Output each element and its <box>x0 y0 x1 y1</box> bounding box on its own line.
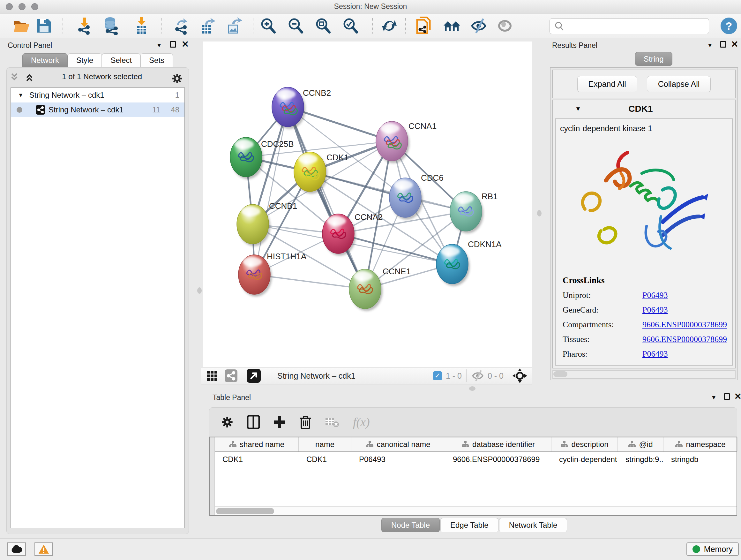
column-header-description[interactable]: description <box>551 437 618 451</box>
open-session-button[interactable] <box>13 17 30 35</box>
tab-edge-table[interactable]: Edge Table <box>441 518 498 532</box>
panel-menu-icon[interactable]: ▼ <box>711 394 717 401</box>
warning-status-button[interactable] <box>35 543 53 556</box>
search-input[interactable] <box>566 22 709 30</box>
export-image-button[interactable] <box>225 17 243 35</box>
crosslink-link[interactable]: P06493 <box>643 291 668 300</box>
zoom-in-button[interactable] <box>259 17 277 35</box>
delete-column-trash-icon[interactable] <box>299 415 312 429</box>
crosslink-link[interactable]: P06493 <box>643 349 668 359</box>
table-row[interactable]: CDK1CDK1P064939606.ENSP00000378699cyclin… <box>215 452 737 467</box>
results-horizontal-scrollbar[interactable] <box>552 370 736 379</box>
vertical-splitter-handle[interactable] <box>537 210 542 216</box>
table-cell[interactable]: cyclin-dependent ... <box>551 452 618 467</box>
zoom-selected-button[interactable] <box>341 17 359 35</box>
string-import-button[interactable] <box>414 17 432 35</box>
table-cell[interactable]: 9606.ENSP00000378699 <box>445 452 551 467</box>
zoom-out-button[interactable] <box>286 17 305 35</box>
network-node-ccna2[interactable] <box>322 214 356 256</box>
gear-icon[interactable] <box>172 73 183 84</box>
tab-node-table[interactable]: Node Table <box>381 518 440 532</box>
panel-menu-icon[interactable]: ▼ <box>156 42 162 49</box>
close-panel-icon[interactable]: ✕ <box>182 41 189 48</box>
column-header-database-identifier[interactable]: database identifier <box>445 437 551 451</box>
network-node-cdkn1a[interactable] <box>436 244 470 286</box>
close-panel-icon[interactable]: ✕ <box>731 41 738 48</box>
horizontal-splitter-handle[interactable] <box>469 386 475 391</box>
import-network-database-button[interactable] <box>102 17 120 35</box>
memory-button[interactable]: Memory <box>686 543 739 556</box>
float-panel-icon[interactable] <box>724 393 730 401</box>
birds-eye-view-icon[interactable] <box>247 369 261 383</box>
tab-select[interactable]: Select <box>102 53 140 67</box>
node-table[interactable]: shared namenamecanonical namedatabase id… <box>209 437 737 516</box>
cloud-status-button[interactable] <box>7 543 26 556</box>
network-node-cdk1[interactable] <box>294 152 327 194</box>
network-node-ccne1[interactable] <box>349 269 383 311</box>
network-collection-row[interactable]: ▼ String Network – cdk1 1 <box>11 88 185 103</box>
column-header-shared-name[interactable]: shared name <box>215 437 299 451</box>
search-field[interactable] <box>549 18 709 34</box>
column-header-name[interactable]: name <box>299 437 351 451</box>
vertical-splitter-handle[interactable] <box>197 287 202 294</box>
delete-table-icon[interactable] <box>325 416 340 428</box>
help-button[interactable]: ? <box>721 17 737 34</box>
tab-sets[interactable]: Sets <box>140 53 173 67</box>
crosslink-link[interactable]: 9606.ENSP00000378699 <box>643 334 727 344</box>
create-column-plus-icon[interactable] <box>273 416 286 428</box>
table-horizontal-scrollbar[interactable] <box>215 506 737 515</box>
float-panel-icon[interactable] <box>170 41 176 50</box>
crosslink-link[interactable]: 9606.ENSP00000378699 <box>643 320 727 329</box>
network-node-ccnb1[interactable] <box>237 204 270 246</box>
column-header-namespace[interactable]: namespace <box>664 437 738 451</box>
export-table-button[interactable] <box>199 17 217 35</box>
export-network-button[interactable] <box>172 17 190 35</box>
import-table-file-button[interactable] <box>133 17 151 35</box>
string-home-button[interactable] <box>443 17 461 35</box>
panel-menu-icon[interactable]: ▼ <box>707 42 713 49</box>
table-cell[interactable]: stringdb <box>664 452 738 467</box>
crosshair-icon[interactable] <box>513 368 527 383</box>
column-header--id[interactable]: @id <box>618 437 664 451</box>
zoom-fit-button[interactable] <box>314 17 332 35</box>
table-cell[interactable]: CDK1 <box>299 452 351 467</box>
network-node-ccna1[interactable] <box>376 121 409 163</box>
import-network-file-button[interactable] <box>75 17 93 35</box>
collapse-all-button[interactable]: Collapse All <box>647 76 711 92</box>
network-edge[interactable] <box>288 107 365 289</box>
expand-all-button[interactable]: Expand All <box>577 76 637 92</box>
column-header-canonical-name[interactable]: canonical name <box>351 437 445 451</box>
network-node-cdc6[interactable] <box>389 178 423 220</box>
tab-network-table[interactable]: Network Table <box>499 518 567 532</box>
save-session-button[interactable] <box>35 17 53 35</box>
hide-glass-effect-button[interactable] <box>470 17 488 35</box>
close-panel-icon[interactable]: ✕ <box>734 393 741 400</box>
float-panel-icon[interactable] <box>720 41 726 50</box>
hidden-eye-slash-icon[interactable] <box>471 370 484 381</box>
network-edge[interactable] <box>254 107 288 274</box>
collection-collapse-icon[interactable]: ▼ <box>18 92 23 99</box>
table-cell[interactable]: P06493 <box>351 452 445 467</box>
network-node-rb1[interactable] <box>450 192 483 233</box>
table-cell[interactable]: stringdb:9... <box>618 452 664 467</box>
network-row[interactable]: String Network – cdk1 11 48 <box>11 103 185 117</box>
table-options-gear-icon[interactable] <box>221 416 233 428</box>
apply-layout-button[interactable] <box>381 17 398 35</box>
network-node-ccnb2[interactable] <box>272 87 306 129</box>
tab-network[interactable]: Network <box>22 53 68 67</box>
string-network-graph[interactable]: CCNB2CCNA1CDC25BCDK1CDC6RB1CCNB1CCNA2CDK… <box>203 42 532 367</box>
network-node-cdc25b[interactable] <box>230 137 264 179</box>
show-columns-icon[interactable] <box>247 415 260 429</box>
tab-style[interactable]: Style <box>68 53 102 67</box>
table-cell[interactable]: CDK1 <box>215 452 299 467</box>
collapse-all-icon[interactable] <box>10 72 20 82</box>
selected-checkbox-icon[interactable]: ✓ <box>433 371 442 380</box>
detach-view-icon[interactable] <box>225 369 238 382</box>
crosslink-link[interactable]: P06493 <box>643 305 668 315</box>
tab-string[interactable]: String <box>635 52 672 66</box>
expand-all-icon[interactable] <box>25 72 35 82</box>
grid-mode-icon[interactable] <box>206 369 219 382</box>
show-glass-effect-button[interactable] <box>496 17 514 35</box>
function-builder-icon[interactable]: f(x) <box>353 415 370 429</box>
network-view-canvas[interactable]: CCNB2CCNA1CDC25BCDK1CDC6RB1CCNB1CCNA2CDK… <box>203 42 532 367</box>
